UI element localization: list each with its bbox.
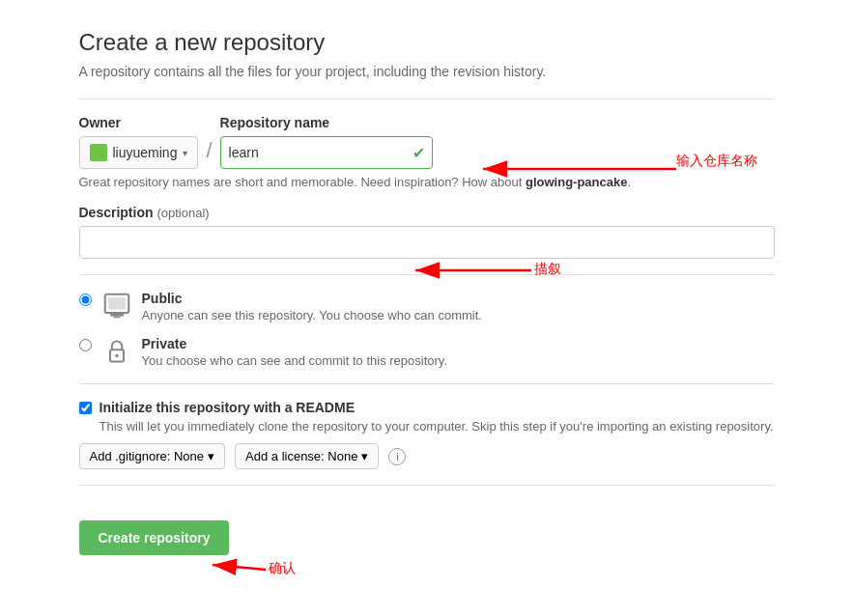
description-section: Description (optional)	[79, 205, 775, 259]
gitignore-label: Add .gitignore: None	[90, 449, 205, 463]
main-container: Create a new repository A repository con…	[41, 0, 813, 584]
svg-rect-2	[110, 313, 124, 317]
repo-name-input[interactable]	[220, 136, 433, 169]
svg-point-5	[115, 354, 119, 358]
description-optional-text: (optional)	[156, 206, 209, 220]
owner-avatar-icon	[90, 144, 107, 161]
initialize-option: Initialize this repository with a README…	[79, 400, 775, 434]
page-wrapper: Create a new repository A repository con…	[0, 0, 853, 616]
owner-repo-section: Owner liuyueming ▾ / Repository name ✔	[79, 115, 775, 189]
owner-value: liuyueming	[113, 145, 178, 160]
private-radio[interactable]	[79, 339, 92, 351]
initialize-section: Initialize this repository with a README…	[79, 400, 775, 469]
public-label-group: Public Anyone can see this repository. Y…	[142, 291, 482, 322]
public-icon	[101, 291, 132, 322]
public-label-title: Public	[142, 291, 482, 306]
description-label-text: Description	[79, 205, 154, 220]
description-label: Description (optional)	[79, 205, 775, 220]
private-label-title: Private	[142, 336, 448, 351]
initialize-label-group: Initialize this repository with a README…	[100, 400, 774, 434]
gitignore-chevron-icon: ▾	[208, 449, 214, 463]
visibility-section: Public Anyone can see this repository. Y…	[79, 291, 775, 368]
svg-rect-1	[108, 297, 126, 309]
info-icon[interactable]: i	[388, 448, 406, 465]
license-dropdown[interactable]: Add a license: None ▾	[235, 443, 379, 469]
private-option: Private You choose who can see and commi…	[79, 336, 775, 368]
public-label-desc: Anyone can see this repository. You choo…	[142, 308, 482, 322]
description-input[interactable]	[79, 226, 775, 259]
repo-hint-text: Great repository names are short and mem…	[79, 175, 775, 189]
divider-bottom	[79, 485, 775, 486]
license-label-text: Add a license:	[245, 449, 325, 463]
initialize-label-title: Initialize this repository with a README	[100, 400, 774, 415]
public-radio[interactable]	[79, 294, 92, 306]
page-title: Create a new repository	[79, 29, 775, 56]
separator: /	[206, 138, 212, 169]
hint-text-after: .	[627, 175, 631, 189]
initialize-checkbox[interactable]	[79, 402, 92, 414]
public-option: Public Anyone can see this repository. Y…	[79, 291, 775, 322]
private-label-desc: You choose who can see and commit to thi…	[142, 353, 448, 368]
repo-name-input-wrapper: ✔	[220, 136, 433, 169]
gitignore-dropdown[interactable]: Add .gitignore: None ▾	[79, 443, 226, 469]
divider-top	[79, 98, 775, 99]
hint-suggestion: glowing-pancake	[526, 175, 627, 189]
create-btn-wrapper: Create repository	[79, 501, 230, 555]
svg-rect-3	[113, 317, 120, 319]
private-icon	[101, 336, 132, 367]
dropdowns-row: Add .gitignore: None ▾ Add a license: No…	[79, 443, 775, 469]
hint-text-before: Great repository names are short and mem…	[79, 175, 526, 189]
license-label: Add a license: None	[245, 449, 357, 463]
gitignore-label-text: Add .gitignore:	[90, 449, 171, 463]
create-repository-button[interactable]: Create repository	[79, 520, 230, 555]
page-subtitle: A repository contains all the files for …	[79, 64, 775, 79]
initialize-label-desc: This will let you immediately clone the …	[100, 419, 774, 434]
owner-dropdown[interactable]: liuyueming ▾	[79, 136, 199, 169]
owner-label: Owner	[79, 115, 199, 130]
license-chevron-icon: ▾	[361, 449, 368, 463]
check-icon: ✔	[412, 144, 425, 162]
owner-chevron-icon: ▾	[183, 148, 187, 158]
gitignore-value: None	[174, 449, 204, 463]
label-row: Owner liuyueming ▾ / Repository name ✔	[79, 115, 775, 169]
repo-name-label: Repository name	[220, 115, 433, 130]
private-label-group: Private You choose who can see and commi…	[142, 336, 448, 368]
divider-middle	[79, 274, 775, 275]
license-value: None	[327, 449, 357, 463]
divider-middle2	[79, 383, 775, 384]
